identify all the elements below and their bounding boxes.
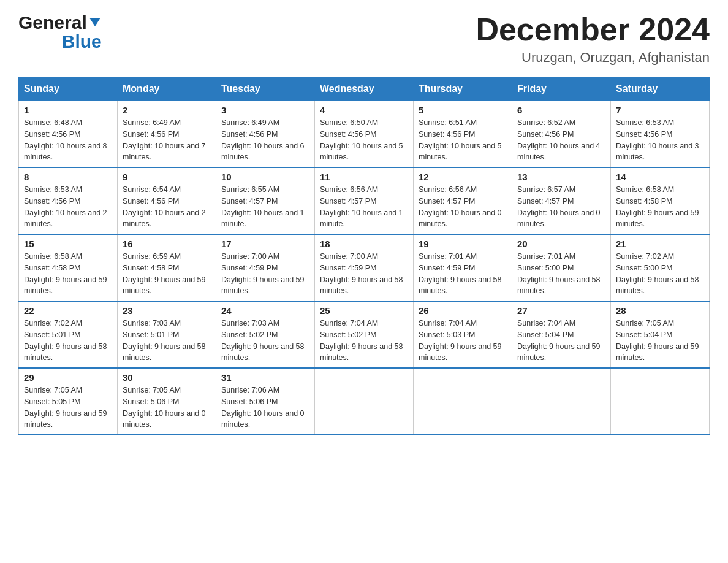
calendar-cell: 25 Sunrise: 7:04 AMSunset: 5:02 PMDaylig… (315, 301, 414, 368)
column-header-friday: Friday (512, 77, 611, 101)
day-number: 30 (123, 372, 211, 383)
calendar-cell (611, 368, 710, 435)
day-number: 14 (616, 172, 704, 182)
calendar-cell: 24 Sunrise: 7:03 AMSunset: 5:02 PMDaylig… (216, 301, 315, 368)
calendar-cell: 15 Sunrise: 6:58 AMSunset: 4:58 PMDaylig… (19, 234, 118, 301)
day-info: Sunrise: 7:02 AMSunset: 5:01 PMDaylight:… (24, 318, 112, 364)
day-number: 5 (419, 105, 507, 115)
calendar-cell: 13 Sunrise: 6:57 AMSunset: 4:57 PMDaylig… (512, 167, 611, 234)
day-info: Sunrise: 6:48 AMSunset: 4:56 PMDaylight:… (24, 117, 112, 163)
calendar-week-4: 22 Sunrise: 7:02 AMSunset: 5:01 PMDaylig… (19, 301, 710, 368)
day-number: 20 (517, 239, 605, 249)
day-info: Sunrise: 7:04 AMSunset: 5:04 PMDaylight:… (517, 318, 605, 364)
day-number: 18 (320, 239, 408, 249)
calendar-cell (315, 368, 414, 435)
day-info: Sunrise: 7:04 AMSunset: 5:02 PMDaylight:… (320, 318, 408, 364)
calendar-table: SundayMondayTuesdayWednesdayThursdayFrid… (18, 77, 710, 435)
calendar-cell: 3 Sunrise: 6:49 AMSunset: 4:56 PMDayligh… (216, 101, 315, 168)
day-info: Sunrise: 7:06 AMSunset: 5:06 PMDaylight:… (221, 385, 309, 431)
day-number: 2 (123, 105, 211, 115)
day-number: 6 (517, 105, 605, 115)
day-number: 8 (24, 172, 112, 182)
day-info: Sunrise: 7:00 AMSunset: 4:59 PMDaylight:… (221, 251, 309, 297)
day-info: Sunrise: 6:55 AMSunset: 4:57 PMDaylight:… (221, 184, 309, 230)
day-number: 10 (221, 172, 309, 182)
calendar-subtitle: Uruzgan, Oruzgan, Afghanistan (476, 50, 710, 66)
calendar-cell: 14 Sunrise: 6:58 AMSunset: 4:58 PMDaylig… (611, 167, 710, 234)
column-header-tuesday: Tuesday (216, 77, 315, 101)
day-number: 11 (320, 172, 408, 182)
calendar-week-1: 1 Sunrise: 6:48 AMSunset: 4:56 PMDayligh… (19, 101, 710, 168)
day-info: Sunrise: 6:56 AMSunset: 4:57 PMDaylight:… (419, 184, 507, 230)
calendar-week-5: 29 Sunrise: 7:05 AMSunset: 5:05 PMDaylig… (19, 368, 710, 435)
column-header-monday: Monday (118, 77, 216, 101)
calendar-header-row: SundayMondayTuesdayWednesdayThursdayFrid… (19, 77, 710, 101)
calendar-cell: 11 Sunrise: 6:56 AMSunset: 4:57 PMDaylig… (315, 167, 414, 234)
calendar-cell: 19 Sunrise: 7:01 AMSunset: 4:59 PMDaylig… (414, 234, 512, 301)
title-block: December 2024 Uruzgan, Oruzgan, Afghanis… (476, 12, 710, 66)
logo-general-text: General (18, 12, 87, 33)
calendar-cell: 23 Sunrise: 7:03 AMSunset: 5:01 PMDaylig… (118, 301, 216, 368)
day-info: Sunrise: 6:50 AMSunset: 4:56 PMDaylight:… (320, 117, 408, 163)
day-number: 26 (419, 305, 507, 316)
calendar-cell: 27 Sunrise: 7:04 AMSunset: 5:04 PMDaylig… (512, 301, 611, 368)
calendar-week-2: 8 Sunrise: 6:53 AMSunset: 4:56 PMDayligh… (19, 167, 710, 234)
calendar-cell: 17 Sunrise: 7:00 AMSunset: 4:59 PMDaylig… (216, 234, 315, 301)
logo-triangle-icon (88, 15, 102, 29)
calendar-cell: 28 Sunrise: 7:05 AMSunset: 5:04 PMDaylig… (611, 301, 710, 368)
day-number: 3 (221, 105, 309, 115)
page-header: General Blue December 2024 Uruzgan, Oruz… (18, 12, 710, 66)
day-info: Sunrise: 6:49 AMSunset: 4:56 PMDaylight:… (221, 117, 309, 163)
column-header-thursday: Thursday (414, 77, 512, 101)
calendar-cell (512, 368, 611, 435)
day-info: Sunrise: 7:02 AMSunset: 5:00 PMDaylight:… (616, 251, 704, 297)
day-info: Sunrise: 7:05 AMSunset: 5:06 PMDaylight:… (123, 385, 211, 431)
day-number: 12 (419, 172, 507, 182)
calendar-cell: 29 Sunrise: 7:05 AMSunset: 5:05 PMDaylig… (19, 368, 118, 435)
day-info: Sunrise: 6:54 AMSunset: 4:56 PMDaylight:… (123, 184, 211, 230)
day-info: Sunrise: 6:56 AMSunset: 4:57 PMDaylight:… (320, 184, 408, 230)
day-info: Sunrise: 6:53 AMSunset: 4:56 PMDaylight:… (616, 117, 704, 163)
day-number: 1 (24, 105, 112, 115)
day-info: Sunrise: 7:01 AMSunset: 5:00 PMDaylight:… (517, 251, 605, 297)
svg-marker-0 (89, 18, 100, 26)
day-info: Sunrise: 6:52 AMSunset: 4:56 PMDaylight:… (517, 117, 605, 163)
calendar-cell: 7 Sunrise: 6:53 AMSunset: 4:56 PMDayligh… (611, 101, 710, 168)
day-info: Sunrise: 7:03 AMSunset: 5:01 PMDaylight:… (123, 318, 211, 364)
column-header-saturday: Saturday (611, 77, 710, 101)
calendar-cell: 26 Sunrise: 7:04 AMSunset: 5:03 PMDaylig… (414, 301, 512, 368)
calendar-cell: 30 Sunrise: 7:05 AMSunset: 5:06 PMDaylig… (118, 368, 216, 435)
calendar-cell: 8 Sunrise: 6:53 AMSunset: 4:56 PMDayligh… (19, 167, 118, 234)
calendar-week-3: 15 Sunrise: 6:58 AMSunset: 4:58 PMDaylig… (19, 234, 710, 301)
day-info: Sunrise: 6:57 AMSunset: 4:57 PMDaylight:… (517, 184, 605, 230)
calendar-cell: 18 Sunrise: 7:00 AMSunset: 4:59 PMDaylig… (315, 234, 414, 301)
day-number: 9 (123, 172, 211, 182)
day-info: Sunrise: 7:05 AMSunset: 5:05 PMDaylight:… (24, 385, 112, 431)
day-info: Sunrise: 6:49 AMSunset: 4:56 PMDaylight:… (123, 117, 211, 163)
calendar-cell: 31 Sunrise: 7:06 AMSunset: 5:06 PMDaylig… (216, 368, 315, 435)
day-info: Sunrise: 7:00 AMSunset: 4:59 PMDaylight:… (320, 251, 408, 297)
calendar-cell: 6 Sunrise: 6:52 AMSunset: 4:56 PMDayligh… (512, 101, 611, 168)
day-number: 22 (24, 305, 112, 316)
calendar-cell: 1 Sunrise: 6:48 AMSunset: 4:56 PMDayligh… (19, 101, 118, 168)
calendar-cell: 9 Sunrise: 6:54 AMSunset: 4:56 PMDayligh… (118, 167, 216, 234)
day-info: Sunrise: 6:59 AMSunset: 4:58 PMDaylight:… (123, 251, 211, 297)
calendar-cell (414, 368, 512, 435)
logo-blue-text: Blue (62, 33, 102, 51)
day-number: 27 (517, 305, 605, 316)
day-number: 16 (123, 239, 211, 249)
calendar-cell: 2 Sunrise: 6:49 AMSunset: 4:56 PMDayligh… (118, 101, 216, 168)
day-info: Sunrise: 7:05 AMSunset: 5:04 PMDaylight:… (616, 318, 704, 364)
calendar-cell: 22 Sunrise: 7:02 AMSunset: 5:01 PMDaylig… (19, 301, 118, 368)
day-number: 19 (419, 239, 507, 249)
calendar-cell: 20 Sunrise: 7:01 AMSunset: 5:00 PMDaylig… (512, 234, 611, 301)
day-info: Sunrise: 6:58 AMSunset: 4:58 PMDaylight:… (24, 251, 112, 297)
day-number: 13 (517, 172, 605, 182)
day-info: Sunrise: 6:53 AMSunset: 4:56 PMDaylight:… (24, 184, 112, 230)
column-header-sunday: Sunday (19, 77, 118, 101)
day-info: Sunrise: 6:58 AMSunset: 4:58 PMDaylight:… (616, 184, 704, 230)
calendar-title: December 2024 (476, 12, 710, 47)
day-info: Sunrise: 7:03 AMSunset: 5:02 PMDaylight:… (221, 318, 309, 364)
day-info: Sunrise: 7:01 AMSunset: 4:59 PMDaylight:… (419, 251, 507, 297)
day-number: 15 (24, 239, 112, 249)
